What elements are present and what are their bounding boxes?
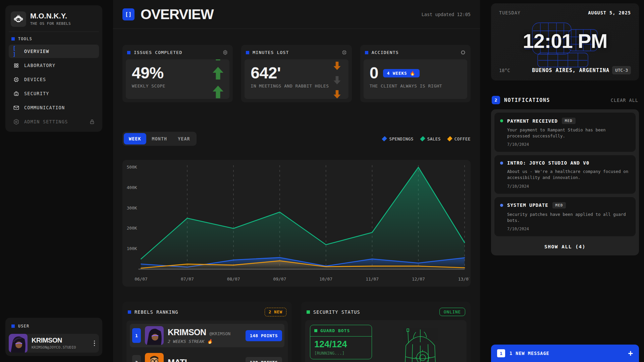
clock-temperature: 18°C bbox=[499, 68, 529, 73]
notification-item-1[interactable]: PAYMENT RECEIVED MED Your payment to Ram… bbox=[494, 113, 636, 152]
clock-date: AUGUST 5, 2025 bbox=[588, 10, 631, 15]
krimson-avatar bbox=[145, 326, 164, 345]
ranking-row-2[interactable]: 2 bbox=[130, 351, 284, 362]
diamond-icon-coffee bbox=[447, 136, 452, 141]
status-dot-icon bbox=[500, 119, 503, 122]
ranking-row-1[interactable]: 1 KRIMSON @KRIMS bbox=[130, 324, 284, 347]
issues-value: 49% bbox=[132, 65, 223, 81]
sidebar: M.O.N.K.Y. THE OS FOR REBELS TOOLS [ ] O… bbox=[0, 0, 113, 362]
trend-up-arrows bbox=[212, 59, 224, 99]
tools-section-label: TOOLS bbox=[9, 32, 99, 45]
ranking-streak: 2 WEEKS STREAK 🔥 bbox=[168, 339, 230, 344]
user-section-label: USER bbox=[9, 321, 99, 332]
sidebar-item-admin-settings[interactable]: ADMIN SETTINGS bbox=[9, 115, 99, 128]
notification-date: 7/10/2024 bbox=[507, 227, 630, 231]
notification-date: 7/10/2024 bbox=[507, 142, 630, 147]
notifications-header: 2 NOTIFICATIONS CLEAR ALL bbox=[491, 96, 639, 104]
ranking-user-info: MATI @MATI bbox=[168, 358, 203, 362]
user-menu-dots[interactable] bbox=[94, 334, 99, 353]
guard-bots-box: GUARD BOTS 124/124 [RUNNING...] bbox=[310, 325, 372, 359]
tab-month[interactable]: MONTH bbox=[147, 133, 172, 144]
svg-text:300K: 300K bbox=[127, 205, 137, 210]
sidebar-menu: [ ] OVERVIEW LABORATORY bbox=[9, 45, 99, 128]
sidebar-item-communication[interactable]: COMMUNICATION bbox=[9, 101, 99, 114]
plus-icon[interactable]: + bbox=[628, 349, 633, 357]
notification-item-2[interactable]: INTRO: JOYCO STUDIO AND V0 About us - We… bbox=[494, 155, 636, 193]
new-message-bar[interactable]: 1 1 NEW MESSAGE + bbox=[491, 345, 639, 362]
user-name: KRIMSON bbox=[32, 337, 90, 344]
diamond-icon-spendings bbox=[382, 136, 387, 141]
priority-tag: MED bbox=[562, 118, 576, 124]
user-square-icon bbox=[11, 324, 15, 328]
user-email: KRIMSON@JOYCO.STUDIO bbox=[32, 345, 90, 350]
lock-icon bbox=[89, 119, 95, 125]
svg-text:13/07: 13/07 bbox=[458, 277, 469, 282]
online-badge: ONLINE bbox=[439, 308, 465, 316]
clock-day: TUESDAY bbox=[499, 10, 521, 15]
notifications-count-badge: 2 bbox=[492, 96, 500, 104]
sidebar-item-security[interactable]: SECURITY bbox=[9, 87, 99, 100]
ranking-handle: @KRIMSON bbox=[210, 331, 231, 336]
svg-text:08/07: 08/07 bbox=[227, 277, 240, 282]
security-boxes: GUARD BOTS 124/124 [RUNNING...] FIREWALL bbox=[310, 325, 372, 362]
gear-icon[interactable] bbox=[222, 50, 228, 55]
svg-text:100K: 100K bbox=[127, 246, 137, 251]
clock-timezone-badge: UTC-3 bbox=[612, 66, 631, 74]
guard-tower-wireframe bbox=[379, 325, 462, 362]
main-header: [] OVERVIEW Last updated 12:05 bbox=[113, 0, 480, 29]
brackets-icon: [ ] bbox=[13, 45, 19, 57]
clock-top-row: TUESDAY AUGUST 5, 2025 bbox=[499, 10, 631, 15]
sidebar-item-laboratory[interactable]: LABORATORY bbox=[9, 59, 99, 72]
stats-row: ISSUES COMPLETED 49% WEEKLY SCOPE bbox=[122, 45, 471, 102]
clock-location: BUENOS AIRES, ARGENTINA bbox=[529, 67, 612, 73]
main-body: ISSUES COMPLETED 49% WEEKLY SCOPE bbox=[113, 29, 480, 362]
issues-caption: WEEKLY SCOPE bbox=[132, 83, 223, 88]
tab-year[interactable]: YEAR bbox=[173, 133, 195, 144]
svg-text:10/07: 10/07 bbox=[319, 277, 332, 282]
legend-sales: SALES bbox=[421, 136, 441, 141]
tools-square-icon bbox=[11, 37, 15, 41]
svg-text:11/07: 11/07 bbox=[366, 277, 379, 282]
atom-icon bbox=[13, 62, 19, 69]
sidebar-item-overview[interactable]: [ ] OVERVIEW bbox=[9, 45, 99, 58]
message-label: 1 NEW MESSAGE bbox=[509, 351, 549, 356]
clear-all-button[interactable]: CLEAR ALL bbox=[611, 98, 638, 103]
stat-inner-issues: 49% WEEKLY SCOPE bbox=[126, 59, 229, 99]
notification-body: Your payment to Rampant Studio has been … bbox=[507, 127, 630, 139]
sidebar-item-devices[interactable]: DEVICES bbox=[9, 73, 99, 86]
app-name: M.O.N.K.Y. bbox=[30, 12, 71, 20]
tab-week[interactable]: WEEK bbox=[124, 133, 146, 144]
show-all-button[interactable]: SHOW ALL (4) bbox=[494, 240, 636, 252]
last-updated: Last updated 12:05 bbox=[422, 12, 471, 17]
sidebar-user-card: USER KRIMSON KRIMSON@JOYCO.STUDIO bbox=[5, 318, 102, 356]
notification-title: INTRO: JOYCO STUDIO AND V0 bbox=[507, 160, 589, 166]
user-profile[interactable]: KRIMSON KRIMSON@JOYCO.STUDIO bbox=[9, 334, 99, 353]
stat-head-minutes: MINUTES LOST bbox=[245, 48, 348, 59]
burst-icon[interactable] bbox=[460, 50, 466, 55]
legend-spendings: SPENDINGS bbox=[383, 136, 413, 141]
stat-square-icon bbox=[127, 51, 130, 54]
stat-card-issues: ISSUES COMPLETED 49% WEEKLY SCOPE bbox=[122, 45, 233, 102]
clock-time: 12:01 PM bbox=[491, 29, 639, 53]
ranking-list: 1 KRIMSON @KRIMS bbox=[126, 320, 288, 362]
notification-body: Security patches have been applied to al… bbox=[507, 212, 630, 224]
minutes-value: 642' bbox=[251, 65, 342, 81]
notification-item-3[interactable]: SYSTEM UPDATE MED Security patches have … bbox=[494, 197, 636, 236]
stat-card-minutes: MINUTES LOST 642' IN MEETINGS AND RABBIT… bbox=[241, 45, 352, 102]
svg-text:12/07: 12/07 bbox=[412, 277, 425, 282]
stat-head-accidents: ACCIDENTS bbox=[364, 48, 467, 59]
main-content: [] OVERVIEW Last updated 12:05 ISSUES CO… bbox=[113, 0, 480, 362]
mati-avatar bbox=[145, 353, 164, 362]
priority-tag: MED bbox=[552, 202, 566, 208]
sidebar-spacer bbox=[5, 132, 102, 318]
sidebar-nav-card: M.O.N.K.Y. THE OS FOR REBELS TOOLS [ ] O… bbox=[5, 5, 102, 132]
ranking-header: REBELS RANKING 2 NEW bbox=[126, 306, 288, 320]
robot-icon bbox=[13, 90, 19, 97]
stat-inner-minutes: 642' IN MEETINGS AND RABBIT HOLES bbox=[245, 59, 348, 99]
chip-icon bbox=[13, 76, 19, 83]
svg-text:07/07: 07/07 bbox=[181, 277, 194, 282]
stat-inner-accidents: 0 4 WEEKS 🔥 THE CLIENT ALWAYS IS RIGHT bbox=[364, 59, 467, 99]
ranking-points-1: 148 POINTS bbox=[246, 330, 282, 341]
svg-text:500K: 500K bbox=[127, 165, 137, 170]
chip-settings-icon[interactable] bbox=[341, 50, 347, 55]
